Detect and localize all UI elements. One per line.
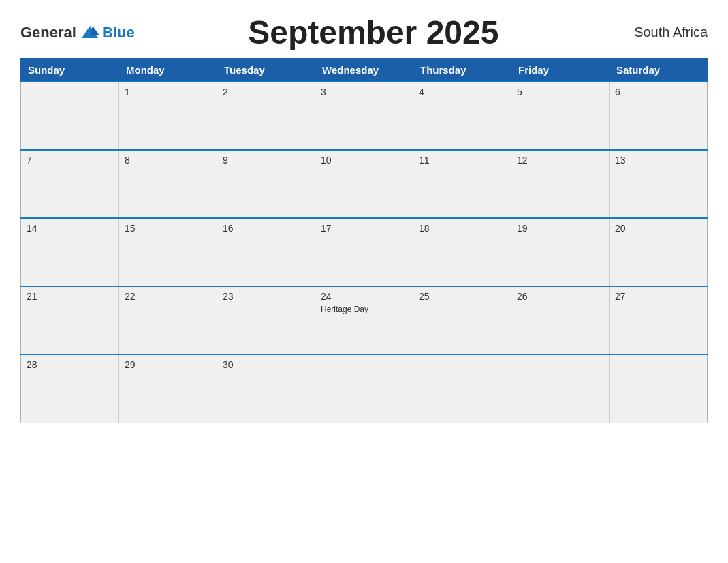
calendar-week-row: 123456 xyxy=(21,82,708,150)
calendar-cell: 11 xyxy=(413,150,511,218)
day-number: 20 xyxy=(615,223,701,234)
day-number: 15 xyxy=(125,223,211,234)
weekday-header-row: Sunday Monday Tuesday Wednesday Thursday… xyxy=(21,59,708,82)
col-wednesday: Wednesday xyxy=(315,59,413,82)
calendar-cell: 24Heritage Day xyxy=(315,286,413,354)
calendar-table: Sunday Monday Tuesday Wednesday Thursday… xyxy=(20,58,708,423)
day-number: 19 xyxy=(517,223,603,234)
calendar-cell: 20 xyxy=(610,218,708,286)
col-sunday: Sunday xyxy=(21,59,119,82)
calendar-cell: 27 xyxy=(610,286,708,354)
day-number: 14 xyxy=(27,223,113,234)
day-number: 8 xyxy=(125,155,211,166)
calendar-week-row: 282930 xyxy=(21,354,708,423)
page-title: September 2025 xyxy=(135,14,612,51)
calendar-cell: 6 xyxy=(610,82,708,150)
day-number: 24 xyxy=(321,291,407,302)
day-number: 5 xyxy=(517,87,603,97)
day-number: 17 xyxy=(321,223,407,234)
col-monday: Monday xyxy=(119,59,217,82)
calendar-cell: 3 xyxy=(315,82,413,150)
day-number: 3 xyxy=(321,87,407,97)
col-tuesday: Tuesday xyxy=(217,59,315,82)
calendar-cell xyxy=(610,354,708,423)
calendar-body: 123456789101112131415161718192021222324H… xyxy=(21,82,708,423)
col-saturday: Saturday xyxy=(610,59,708,82)
calendar-cell: 26 xyxy=(511,286,610,354)
day-number: 11 xyxy=(419,155,505,166)
calendar-cell: 17 xyxy=(315,218,413,286)
day-number: 23 xyxy=(223,291,309,302)
calendar-cell: 15 xyxy=(119,218,217,286)
calendar-cell: 13 xyxy=(610,150,708,218)
day-number: 21 xyxy=(27,291,113,302)
calendar-cell: 28 xyxy=(21,354,119,423)
calendar-cell: 1 xyxy=(119,82,217,150)
day-number: 1 xyxy=(125,87,211,97)
day-number: 22 xyxy=(125,291,211,302)
calendar-cell: 18 xyxy=(413,218,511,286)
day-number: 13 xyxy=(615,155,701,166)
calendar-week-row: 78910111213 xyxy=(21,150,708,218)
calendar-week-row: 21222324Heritage Day252627 xyxy=(21,286,708,354)
country-label: South Africa xyxy=(612,25,708,40)
calendar-cell: 9 xyxy=(217,150,315,218)
calendar-cell: 25 xyxy=(413,286,511,354)
logo-blue-text: Blue xyxy=(102,24,135,42)
calendar-cell: 19 xyxy=(511,218,610,286)
logo-general-text: General xyxy=(20,24,76,42)
calendar-cell: 4 xyxy=(413,82,511,150)
logo: General Blue xyxy=(20,23,135,42)
calendar-cell: 8 xyxy=(119,150,217,218)
header: General Blue September 2025 South Africa xyxy=(20,14,708,51)
holiday-label: Heritage Day xyxy=(321,305,407,314)
day-number: 12 xyxy=(517,155,603,166)
page: General Blue September 2025 South Africa… xyxy=(0,0,728,563)
calendar-cell: 14 xyxy=(21,218,119,286)
day-number: 29 xyxy=(125,359,211,370)
day-number: 4 xyxy=(419,87,505,97)
day-number: 30 xyxy=(223,359,309,370)
calendar-cell xyxy=(511,354,610,423)
day-number: 9 xyxy=(223,155,309,166)
day-number: 28 xyxy=(27,359,113,370)
col-thursday: Thursday xyxy=(413,59,511,82)
day-number: 27 xyxy=(615,291,701,302)
day-number: 18 xyxy=(419,223,505,234)
calendar-cell: 16 xyxy=(217,218,315,286)
day-number: 16 xyxy=(223,223,309,234)
calendar-cell: 29 xyxy=(119,354,217,423)
calendar-cell xyxy=(413,354,511,423)
calendar-cell: 2 xyxy=(217,82,315,150)
col-friday: Friday xyxy=(511,59,610,82)
calendar-cell: 5 xyxy=(511,82,610,150)
day-number: 7 xyxy=(27,155,113,166)
day-number: 26 xyxy=(517,291,603,302)
calendar-cell xyxy=(21,82,119,150)
calendar-cell: 10 xyxy=(315,150,413,218)
day-number: 6 xyxy=(615,87,701,97)
logo-icon xyxy=(80,23,99,42)
svg-marker-1 xyxy=(90,26,99,35)
calendar-week-row: 14151617181920 xyxy=(21,218,708,286)
day-number: 2 xyxy=(223,87,309,97)
day-number: 25 xyxy=(419,291,505,302)
calendar-cell: 22 xyxy=(119,286,217,354)
calendar-cell xyxy=(315,354,413,423)
day-number: 10 xyxy=(321,155,407,166)
calendar-cell: 12 xyxy=(511,150,610,218)
calendar-header: Sunday Monday Tuesday Wednesday Thursday… xyxy=(21,59,708,82)
calendar-cell: 7 xyxy=(21,150,119,218)
calendar-cell: 30 xyxy=(217,354,315,423)
calendar-cell: 23 xyxy=(217,286,315,354)
calendar-cell: 21 xyxy=(21,286,119,354)
